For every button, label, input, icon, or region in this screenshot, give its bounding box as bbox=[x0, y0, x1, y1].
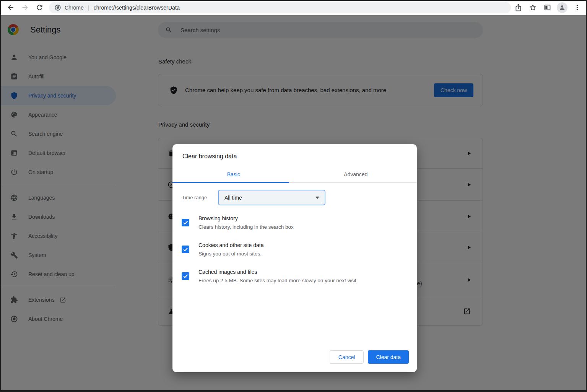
dropdown-caret-icon bbox=[315, 197, 319, 199]
bookmark-star-icon[interactable] bbox=[525, 1, 540, 14]
address-bar-url: chrome://settings/clearBrowserData bbox=[94, 5, 180, 11]
checkbox-row-browsing-history: Browsing history Clears history, includi… bbox=[182, 214, 294, 231]
browsing-history-checkbox[interactable] bbox=[182, 219, 189, 226]
tab-advanced[interactable]: Advanced bbox=[295, 166, 417, 182]
checkbox-label: Cookies and other site data bbox=[198, 241, 263, 250]
tab-basic[interactable]: Basic bbox=[172, 166, 295, 182]
checkbox-row-cached-images: Cached images and files Frees up 2.5 MB.… bbox=[182, 268, 358, 285]
menu-dots-icon[interactable] bbox=[570, 1, 584, 14]
time-range-value: All time bbox=[224, 195, 242, 201]
time-range-select[interactable]: All time bbox=[218, 190, 325, 205]
cookies-checkbox[interactable] bbox=[182, 246, 189, 253]
address-bar-brand: Chrome bbox=[65, 5, 84, 11]
address-bar-separator: | bbox=[88, 4, 89, 11]
chrome-site-icon bbox=[54, 4, 61, 11]
checkbox-description: Frees up 2.5 MB. Some sites may load mor… bbox=[198, 277, 358, 285]
dialog-title: Clear browsing data bbox=[182, 153, 237, 160]
browser-toolbar: Chrome | chrome://settings/clearBrowserD… bbox=[0, 0, 587, 16]
cached-images-checkbox[interactable] bbox=[182, 272, 189, 280]
checkbox-label: Browsing history bbox=[198, 214, 294, 223]
cancel-button[interactable]: Cancel bbox=[330, 350, 364, 364]
share-icon[interactable] bbox=[511, 1, 525, 14]
clear-data-button[interactable]: Clear data bbox=[368, 350, 409, 364]
checkbox-description: Signs you out of most sites. bbox=[198, 250, 263, 258]
dialog-actions: Cancel Clear data bbox=[330, 350, 409, 364]
forward-button[interactable] bbox=[18, 1, 32, 14]
checkbox-description: Clears history, including in the search … bbox=[198, 223, 294, 231]
reload-button[interactable] bbox=[32, 1, 47, 14]
dialog-tabs: Basic Advanced bbox=[172, 166, 417, 183]
time-range-label: Time range bbox=[182, 195, 218, 200]
address-bar[interactable]: Chrome | chrome://settings/clearBrowserD… bbox=[49, 2, 511, 13]
checkbox-row-cookies: Cookies and other site data Signs you ou… bbox=[182, 241, 263, 258]
side-panel-icon[interactable] bbox=[540, 1, 554, 14]
checkbox-label: Cached images and files bbox=[198, 268, 358, 277]
profile-avatar[interactable] bbox=[557, 2, 567, 13]
back-button[interactable] bbox=[3, 1, 18, 14]
clear-browsing-data-dialog: Clear browsing data Basic Advanced Time … bbox=[172, 144, 417, 372]
time-range-row: Time range All time bbox=[182, 190, 325, 205]
